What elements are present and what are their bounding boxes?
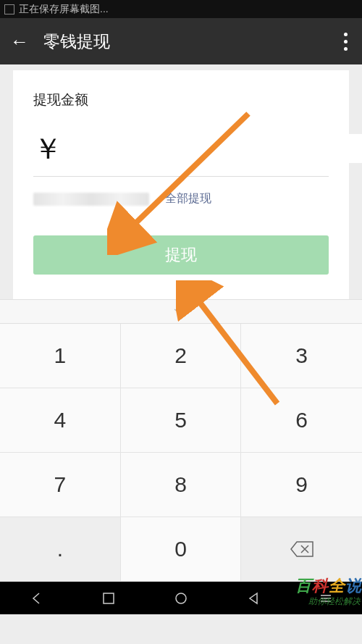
key-4[interactable]: 4 <box>0 388 121 453</box>
key-3[interactable]: 3 <box>241 324 362 388</box>
status-text: 正在保存屏幕截图... <box>19 3 109 16</box>
key-delete[interactable] <box>241 517 362 582</box>
amount-input[interactable] <box>71 134 362 163</box>
amount-label: 提现金额 <box>33 91 329 109</box>
currency-symbol: ￥ <box>33 134 62 163</box>
svg-point-3 <box>176 593 186 603</box>
svg-rect-2 <box>104 593 114 603</box>
withdraw-button[interactable]: 提现 <box>33 235 329 275</box>
nav-recent-icon[interactable] <box>101 591 116 606</box>
key-7[interactable]: 7 <box>0 453 121 517</box>
screenshot-notification-icon <box>4 4 14 14</box>
more-menu-icon[interactable] <box>344 18 348 64</box>
key-8[interactable]: 8 <box>121 453 242 517</box>
balance-hidden-text <box>33 193 149 206</box>
hint-separator: ， <box>151 191 162 206</box>
balance-hint-row: ， 全部提现 <box>33 191 329 206</box>
numeric-keyboard: 1 2 3 4 5 6 7 8 9 . 0 <box>0 299 362 582</box>
key-5[interactable]: 5 <box>121 388 242 453</box>
nav-home-icon[interactable] <box>174 591 188 606</box>
android-nav-bar <box>0 582 362 614</box>
nav-back-icon[interactable] <box>29 591 43 606</box>
android-status-bar: 正在保存屏幕截图... <box>0 0 362 18</box>
nav-back-alt-icon[interactable] <box>246 591 261 606</box>
withdraw-card: 提现金额 ￥ ， 全部提现 提现 <box>13 70 349 299</box>
content-area: 提现金额 ￥ ， 全部提现 提现 <box>0 64 362 299</box>
key-6[interactable]: 6 <box>241 388 362 453</box>
chevron-down-icon <box>173 307 189 316</box>
amount-row: ￥ <box>33 134 329 177</box>
page-title: 零钱提现 <box>43 30 110 53</box>
key-9[interactable]: 9 <box>241 453 362 517</box>
keyboard-collapse-bar[interactable] <box>0 299 362 324</box>
key-dot[interactable]: . <box>0 517 121 582</box>
annotation-arrow-1 <box>107 103 259 255</box>
nav-menu-icon[interactable] <box>319 591 333 606</box>
key-1[interactable]: 1 <box>0 324 121 388</box>
withdraw-all-link[interactable]: 全部提现 <box>165 191 211 206</box>
backspace-icon <box>290 540 314 558</box>
app-nav-bar: ← 零钱提现 <box>0 18 362 64</box>
back-arrow-icon[interactable]: ← <box>10 30 29 53</box>
key-2[interactable]: 2 <box>121 324 242 388</box>
key-0[interactable]: 0 <box>121 517 242 582</box>
